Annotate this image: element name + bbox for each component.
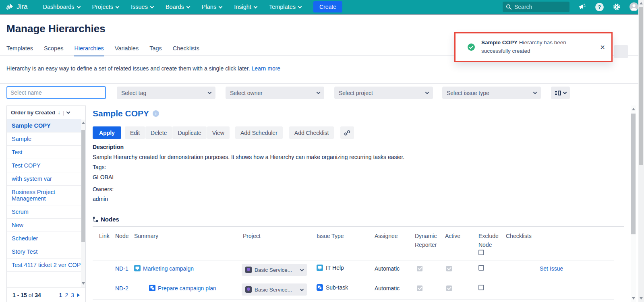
- help-button[interactable]: ?: [595, 3, 604, 11]
- edit-button[interactable]: Edit: [125, 126, 145, 139]
- col-assignee: Assignee: [375, 232, 398, 241]
- menu-projects[interactable]: Projects: [92, 4, 119, 10]
- sidebar-scrollbar-thumb[interactable]: [81, 130, 85, 242]
- filter-issue-type-select[interactable]: Select issue type: [442, 87, 541, 99]
- chevron-down-icon: [150, 4, 154, 8]
- col-summary: Summary: [134, 232, 158, 241]
- node-key-link[interactable]: ND-2: [115, 285, 128, 292]
- duplicate-button[interactable]: Duplicate: [172, 126, 206, 139]
- issue-type-cell: Sub-task: [317, 284, 348, 291]
- user-avatar[interactable]: [630, 2, 638, 11]
- menu-insight[interactable]: Insight: [234, 4, 257, 10]
- apply-button[interactable]: Apply: [93, 126, 121, 139]
- scroll-down-icon[interactable]: [632, 297, 635, 300]
- tab-hierarchies[interactable]: Hierarchies: [74, 45, 104, 56]
- content-scrollbar-thumb[interactable]: [631, 114, 636, 234]
- summary-link[interactable]: Prepare campaign plan: [158, 285, 216, 292]
- list-item-scheduler[interactable]: Scheduler: [7, 232, 81, 245]
- global-search[interactable]: [503, 2, 569, 12]
- add-checklist-button[interactable]: Add Checklist: [289, 126, 334, 139]
- scroll-down-icon[interactable]: [82, 282, 85, 285]
- person-icon: [630, 2, 638, 11]
- list-item-test[interactable]: Test: [7, 146, 81, 159]
- gear-icon: [613, 3, 621, 11]
- set-issue-link[interactable]: Set Issue: [540, 265, 563, 272]
- menu-dashboards[interactable]: Dashboards: [43, 4, 80, 10]
- chevron-down-icon: [300, 267, 304, 271]
- active-checkbox[interactable]: [446, 266, 452, 271]
- owners-label: Owners:: [93, 186, 423, 194]
- info-icon[interactable]: i: [153, 110, 159, 117]
- tab-tags[interactable]: Tags: [149, 45, 162, 56]
- tab-scopes[interactable]: Scopes: [44, 45, 63, 56]
- background-button[interactable]: [614, 45, 628, 58]
- filter-owner-select[interactable]: Select owner: [226, 87, 324, 99]
- scroll-up-icon[interactable]: [632, 108, 635, 110]
- list-item-story-test[interactable]: Story Test: [7, 245, 81, 259]
- list-item-scrum[interactable]: Scrum: [7, 205, 81, 219]
- tab-variables[interactable]: Variables: [115, 45, 139, 56]
- settings-button[interactable]: [613, 3, 621, 11]
- arrow-down-icon[interactable]: ↓: [58, 110, 60, 116]
- filter-tag-select[interactable]: Select tag: [117, 87, 215, 99]
- menu-plans[interactable]: Plans: [202, 4, 222, 10]
- active-checkbox[interactable]: [446, 285, 452, 291]
- window-scrollbar[interactable]: [638, 0, 644, 302]
- node-key-link[interactable]: ND-1: [115, 265, 128, 272]
- learn-more-link[interactable]: Learn more: [252, 65, 281, 72]
- page-numbers: 1 2 3: [59, 292, 80, 298]
- dynamic-reporter-checkbox[interactable]: [417, 285, 422, 291]
- close-icon[interactable]: ×: [600, 43, 605, 51]
- list-item-sample[interactable]: Sample: [7, 132, 81, 146]
- list-item-test-4117[interactable]: Test 4117 ticket 2 ver COPY: [7, 259, 81, 272]
- next-page-icon[interactable]: [77, 293, 80, 297]
- create-button[interactable]: Create: [313, 1, 342, 12]
- copy-link-button[interactable]: [340, 126, 354, 139]
- exclude-node-checkbox[interactable]: [478, 285, 484, 290]
- list-item-test-copy[interactable]: Test COPY: [7, 159, 81, 172]
- dynamic-reporter-checkbox[interactable]: [417, 266, 422, 271]
- summary-link[interactable]: Marketing campaign: [143, 265, 194, 272]
- page-1[interactable]: 1: [59, 292, 62, 298]
- list-item-new[interactable]: New: [7, 219, 81, 232]
- view-button[interactable]: View: [207, 126, 230, 139]
- sidebar-scrollbar[interactable]: [81, 120, 85, 287]
- hierarchy-list: Sample COPY Sample Test Test COPY with s…: [7, 119, 85, 272]
- scroll-down-icon[interactable]: [640, 297, 643, 300]
- filter-name-input[interactable]: [6, 86, 106, 99]
- page-2[interactable]: 2: [65, 292, 68, 298]
- exclude-all-checkbox[interactable]: [478, 250, 484, 255]
- page-3[interactable]: 3: [71, 292, 74, 298]
- add-scheduler-button[interactable]: Add Scheduler: [235, 126, 283, 139]
- search-input[interactable]: [514, 4, 559, 10]
- filter-project-select[interactable]: Select project: [334, 87, 433, 99]
- project-select[interactable]: Basic Service...: [242, 264, 307, 276]
- chevron-down-icon[interactable]: [66, 110, 70, 114]
- order-by-header[interactable]: Order by Created ↓ |: [7, 106, 85, 119]
- col-active: Active: [445, 232, 460, 241]
- list-item-sample-copy[interactable]: Sample COPY: [7, 119, 81, 132]
- delete-button[interactable]: Delete: [145, 126, 172, 139]
- list-item-business-project-management[interactable]: Business Project Management: [7, 186, 81, 205]
- scroll-up-icon[interactable]: [82, 122, 85, 124]
- announcements-button[interactable]: [578, 3, 586, 10]
- intro-divider: [0, 83, 644, 84]
- tab-checklists[interactable]: Checklists: [173, 45, 199, 56]
- menu-issues[interactable]: Issues: [131, 4, 153, 10]
- hierarchy-icon: [93, 217, 98, 222]
- tab-templates[interactable]: Templates: [6, 45, 33, 56]
- project-select[interactable]: Basic Service...: [242, 283, 307, 296]
- chevron-down-icon: [208, 90, 212, 94]
- scroll-up-icon[interactable]: [640, 2, 643, 4]
- menu-boards[interactable]: Boards: [166, 4, 190, 10]
- exclude-node-checkbox[interactable]: [478, 265, 484, 271]
- view-layout-button[interactable]: [551, 87, 570, 99]
- list-layout-icon: [555, 90, 561, 96]
- window-scrollbar-thumb[interactable]: [639, 7, 643, 165]
- project-avatar-icon: [245, 267, 252, 273]
- content-scrollbar[interactable]: [631, 105, 636, 302]
- jira-logo[interactable]: Jira: [6, 3, 27, 11]
- col-project: Project: [243, 232, 261, 241]
- list-item-with-system-var[interactable]: with system var: [7, 172, 81, 186]
- menu-templates[interactable]: Templates: [269, 4, 301, 10]
